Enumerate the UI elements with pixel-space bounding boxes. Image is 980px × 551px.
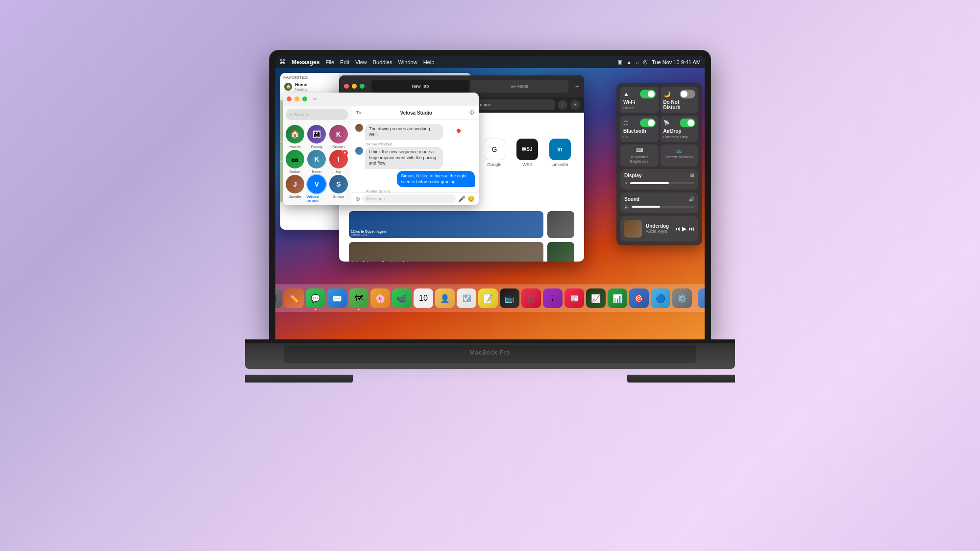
calendar-icon: 10 bbox=[419, 294, 428, 303]
tile-copenhagen[interactable]: 12hrs in Copenhagen dahlias.12hr... bbox=[349, 211, 543, 238]
dock-reminders[interactable]: ☑️ bbox=[457, 288, 476, 308]
battery-icon: ▣ bbox=[617, 59, 622, 65]
sound-output-icon: 🔊 bbox=[688, 196, 694, 202]
menu-window[interactable]: Window bbox=[398, 59, 417, 65]
safari-maximize-button[interactable] bbox=[360, 84, 365, 89]
wifi-toggle[interactable] bbox=[640, 90, 656, 98]
msg-emoji-icon[interactable]: 😊 bbox=[467, 195, 475, 202]
search-icon[interactable]: ⌕ bbox=[636, 59, 639, 65]
menu-buddies[interactable]: Buddies bbox=[373, 59, 392, 65]
messages-maximize-button[interactable] bbox=[302, 96, 307, 101]
messages-window[interactable]: ✏ ⌕ Search bbox=[283, 93, 479, 205]
dock-podcasts[interactable]: 🎙 bbox=[543, 288, 563, 308]
tile-photo1[interactable] bbox=[547, 211, 574, 238]
conv-home[interactable]: 🏠 Home! bbox=[285, 125, 305, 149]
dock-launchpad[interactable]: ⬛ bbox=[275, 288, 282, 308]
nc-bluetooth-widget[interactable]: ⬡ Bluetooth On bbox=[620, 116, 659, 142]
dock-maps[interactable]: 🗺 bbox=[349, 288, 368, 308]
messages-minimize-button[interactable] bbox=[294, 96, 299, 101]
safari-share-button[interactable]: ↑ bbox=[558, 100, 567, 110]
conv-kevin[interactable]: K Kevin bbox=[306, 150, 327, 174]
numbers-icon: 📊 bbox=[612, 294, 622, 303]
nc-wifi-widget[interactable]: ▲ Wi-Fi Home bbox=[620, 87, 659, 113]
safari-minimize-button[interactable] bbox=[352, 84, 357, 89]
dock-stocks[interactable]: 📈 bbox=[586, 288, 606, 308]
dock-screentime[interactable]: ⏱ bbox=[698, 288, 705, 308]
nc-dnd-widget[interactable]: 🌙 Do Not Disturb bbox=[661, 87, 699, 113]
next-button[interactable]: ⏭ bbox=[688, 225, 694, 232]
dock-photos[interactable]: 🌸 bbox=[370, 288, 390, 308]
play-pause-button[interactable]: ▶ bbox=[682, 225, 686, 232]
sysprefs-icon: ⚙️ bbox=[677, 294, 687, 303]
dock-calendar[interactable]: 10 bbox=[414, 288, 433, 308]
dock-notes[interactable]: 📝 bbox=[478, 288, 498, 308]
safari-close-button[interactable] bbox=[344, 84, 349, 89]
display-monitor-icon: 🖥 bbox=[689, 173, 694, 178]
safari-new-tab-icon[interactable]: + bbox=[575, 82, 579, 90]
dock-sysprefs[interactable]: ⚙️ bbox=[672, 288, 692, 308]
dock-numbers[interactable]: 📊 bbox=[608, 288, 627, 308]
conv-simon[interactable]: S Simon bbox=[328, 175, 349, 203]
messages-sidebar: ⌕ Search 🏠 Home! bbox=[283, 106, 351, 205]
tile-photo2[interactable] bbox=[547, 242, 574, 262]
wifi-icon[interactable]: ▲ bbox=[626, 59, 632, 65]
dock-keynote[interactable]: 🎯 bbox=[629, 288, 649, 308]
dock-messages[interactable]: 💬 bbox=[306, 288, 325, 308]
conv-velosa[interactable]: V Velosa Studio bbox=[306, 175, 327, 203]
safari-tab-1[interactable]: New Tab bbox=[371, 80, 469, 93]
conv-neighborhood-avatar: 🏘 bbox=[286, 150, 304, 168]
keyboard-area bbox=[284, 345, 696, 363]
bluetooth-toggle[interactable] bbox=[640, 119, 656, 127]
nc-keyboard-widget[interactable]: ⌨ Keyboard Brightness bbox=[620, 144, 659, 167]
display-slider-row: ☀ bbox=[624, 181, 694, 186]
display-slider-track[interactable] bbox=[630, 182, 694, 184]
dock-vectornator[interactable]: ✏️ bbox=[284, 288, 304, 308]
nc-airdrop-widget[interactable]: 📡 AirDrop Contacts Only bbox=[661, 116, 699, 142]
menu-file[interactable]: File bbox=[325, 59, 334, 65]
bluetooth-sublabel: On bbox=[623, 135, 656, 139]
conv-ivy-name: Ivy bbox=[336, 169, 341, 174]
dnd-label: Do Not Disturb bbox=[663, 99, 696, 110]
dock-contacts[interactable]: 👤 bbox=[435, 288, 455, 308]
dnd-toggle[interactable] bbox=[680, 90, 695, 98]
favorite-google[interactable]: G Google bbox=[480, 139, 509, 167]
msg-attach-icon[interactable]: ⊕ bbox=[355, 195, 360, 202]
conv-janelle[interactable]: J Janelle bbox=[285, 175, 305, 203]
dock-appletv[interactable]: 📺 bbox=[500, 288, 519, 308]
dock-mail[interactable]: ✉️ bbox=[327, 288, 347, 308]
dock-facetime[interactable]: 📹 bbox=[392, 288, 412, 308]
menu-help[interactable]: Help bbox=[423, 59, 435, 65]
messages-close-button[interactable] bbox=[287, 96, 292, 101]
messages-search[interactable]: ⌕ Search bbox=[286, 109, 348, 120]
maps-home[interactable]: 🏠 Home Nearby bbox=[280, 81, 339, 93]
menu-edit[interactable]: Edit bbox=[340, 59, 349, 65]
chat-info-icon[interactable]: ⓘ bbox=[469, 110, 474, 116]
dock-appstore[interactable]: 🔵 bbox=[651, 288, 670, 308]
safari-add-bookmark[interactable]: + bbox=[570, 100, 580, 110]
conv-kristen[interactable]: K Kristen bbox=[328, 125, 349, 149]
safari-tab-2[interactable]: SF Maps bbox=[470, 80, 568, 93]
keyboard-icon: ⌨ bbox=[636, 147, 643, 153]
airdrop-toggle[interactable] bbox=[680, 119, 695, 127]
conv-neighborhood[interactable]: 🏘 Amber bbox=[285, 150, 305, 174]
msg-audio-icon[interactable]: 🎤 bbox=[458, 195, 466, 202]
conv-ivy[interactable]: I ♥ Ivy bbox=[328, 150, 349, 174]
account-icon[interactable]: ◎ bbox=[643, 59, 648, 65]
messages-compose-icon[interactable]: ✏ bbox=[313, 96, 317, 101]
maps-icon: 🗺 bbox=[355, 294, 363, 303]
conv-family[interactable]: 👨‍👩‍👧 Family bbox=[306, 125, 327, 149]
dock-music[interactable]: 🎵 bbox=[521, 288, 541, 308]
nc-screenmirror-widget[interactable]: 📺 Screen Mirroring bbox=[661, 144, 699, 167]
dock-news[interactable]: 📰 bbox=[564, 288, 584, 308]
apple-menu-icon[interactable]: ⌘ bbox=[279, 58, 286, 66]
conv-home-avatar: 🏠 bbox=[286, 125, 304, 144]
display-label: Display bbox=[624, 173, 642, 178]
favorite-linkedin[interactable]: in LinkedIn bbox=[545, 139, 574, 167]
menu-view[interactable]: View bbox=[355, 59, 367, 65]
sound-slider-track[interactable] bbox=[632, 206, 694, 208]
favorite-wsj[interactable]: WSJ WSJ bbox=[513, 139, 541, 167]
message-input[interactable]: iMessage bbox=[362, 194, 456, 203]
prev-button[interactable]: ⏮ bbox=[674, 225, 680, 232]
tile-scheinman[interactable]: Atelier Scheinman Completes a Luke... as… bbox=[349, 242, 543, 262]
keyboard-label: Keyboard Brightness bbox=[623, 155, 656, 164]
